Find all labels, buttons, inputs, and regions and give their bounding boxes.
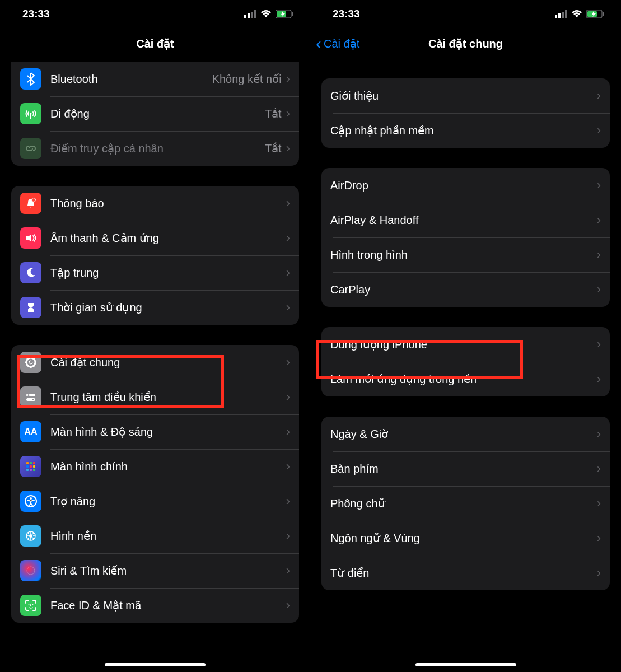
- chevron-right-icon: ›: [286, 390, 290, 404]
- row-label: Cài đặt chung: [50, 356, 286, 369]
- home-indicator[interactable]: [105, 663, 206, 666]
- row-label: Màn hình & Độ sáng: [50, 425, 286, 438]
- page-title: Cài đặt: [136, 37, 174, 50]
- svg-point-11: [29, 361, 32, 364]
- row-homescreen[interactable]: Màn hình chính ›: [11, 449, 299, 484]
- gear-icon: [20, 352, 41, 373]
- back-button[interactable]: ‹ Cài đặt: [316, 34, 359, 53]
- row-about[interactable]: Giới thiệu ›: [321, 78, 610, 113]
- row-fonts[interactable]: Phông chữ ›: [321, 486, 610, 521]
- bell-icon: [20, 193, 41, 214]
- row-label: AirPlay & Handoff: [330, 214, 597, 227]
- svg-rect-32: [33, 469, 35, 471]
- svg-point-9: [32, 198, 36, 202]
- row-sound[interactable]: Âm thanh & Cảm ứng ›: [11, 221, 299, 255]
- svg-rect-43: [565, 10, 567, 18]
- row-hotspot[interactable]: Điểm truy cập cá nhân Tắt ›: [11, 131, 299, 166]
- row-faceid[interactable]: Face ID & Mật mã ›: [11, 588, 299, 623]
- row-wallpaper[interactable]: Hình nền ›: [11, 519, 299, 553]
- nav-bar: Cài đặt: [0, 28, 310, 59]
- svg-rect-42: [562, 12, 564, 18]
- svg-rect-31: [30, 469, 32, 471]
- chevron-right-icon: ›: [286, 196, 290, 211]
- row-value: Tắt: [265, 142, 282, 155]
- row-label: Thông báo: [50, 197, 286, 210]
- svg-point-34: [30, 497, 32, 500]
- link-icon: [20, 138, 41, 159]
- svg-point-21: [28, 394, 30, 396]
- cellular-icon: [244, 10, 256, 18]
- row-value: Tắt: [265, 107, 282, 120]
- row-airdrop[interactable]: AirDrop ›: [321, 168, 610, 203]
- chevron-right-icon: ›: [597, 427, 601, 441]
- row-siri[interactable]: Siri & Tìm kiếm ›: [11, 553, 299, 588]
- section-storage: Dung lượng iPhone › Làm mới ứng dụng tro…: [321, 327, 610, 396]
- svg-rect-46: [603, 12, 604, 16]
- row-label: Dung lượng iPhone: [330, 338, 597, 351]
- chevron-right-icon: ›: [597, 461, 601, 476]
- status-icons: [555, 10, 604, 18]
- row-keyboard[interactable]: Bàn phím ›: [321, 451, 610, 486]
- row-screentime[interactable]: Thời gian sử dụng ›: [11, 290, 299, 325]
- wifi-icon: [571, 10, 582, 18]
- section-connectivity: Bluetooth Không kết nối › Di động Tắt › …: [11, 62, 299, 166]
- status-time: 23:33: [333, 8, 360, 20]
- row-bluetooth[interactable]: Bluetooth Không kết nối ›: [11, 62, 299, 96]
- row-software-update[interactable]: Cập nhật phần mềm ›: [321, 113, 610, 148]
- chevron-right-icon: ›: [286, 265, 290, 280]
- section-general: Cài đặt chung › Trung tâm điều khiển › A…: [11, 345, 299, 623]
- chevron-right-icon: ›: [286, 141, 290, 156]
- svg-line-18: [27, 365, 28, 366]
- row-control-center[interactable]: Trung tâm điều khiển ›: [11, 380, 299, 414]
- row-display[interactable]: AA Màn hình & Độ sáng ›: [11, 414, 299, 449]
- chevron-right-icon: ›: [597, 372, 601, 386]
- svg-rect-24: [26, 462, 29, 464]
- section-about: Giới thiệu › Cập nhật phần mềm ›: [321, 78, 610, 148]
- home-indicator[interactable]: [415, 663, 516, 666]
- row-label: Từ điển: [330, 566, 597, 580]
- svg-line-17: [34, 365, 35, 366]
- svg-point-23: [32, 399, 34, 400]
- svg-rect-22: [26, 398, 35, 401]
- back-label: Cài đặt: [324, 37, 359, 50]
- row-general-settings[interactable]: Cài đặt chung ›: [11, 345, 299, 380]
- row-datetime[interactable]: Ngày & Giờ ›: [321, 417, 610, 451]
- svg-rect-3: [254, 10, 256, 18]
- chevron-right-icon: ›: [286, 72, 290, 86]
- row-iphone-storage[interactable]: Dung lượng iPhone ›: [321, 327, 610, 362]
- chevron-right-icon: ›: [286, 300, 290, 315]
- row-label: Điểm truy cập cá nhân: [50, 142, 265, 155]
- page-title: Cài đặt chung: [428, 37, 503, 50]
- aa-icon: AA: [20, 421, 41, 442]
- row-value: Không kết nối: [212, 72, 282, 86]
- phone-left: 23:33 Cài đặt Bluetooth Không kết nối ›: [0, 0, 310, 672]
- svg-rect-0: [244, 15, 246, 18]
- chevron-right-icon: ›: [286, 106, 290, 121]
- row-label: Phông chữ: [330, 497, 597, 510]
- section-datetime: Ngày & Giờ › Bàn phím › Phông chữ › Ngôn…: [321, 417, 610, 590]
- general-content[interactable]: Giới thiệu › Cập nhật phần mềm › AirDrop…: [310, 59, 621, 590]
- svg-rect-1: [248, 13, 250, 18]
- svg-rect-41: [558, 13, 561, 18]
- row-label: Bluetooth: [50, 73, 212, 86]
- row-focus[interactable]: Tập trung ›: [11, 255, 299, 290]
- row-notifications[interactable]: Thông báo ›: [11, 186, 299, 221]
- settings-content[interactable]: Bluetooth Không kết nối › Di động Tắt › …: [0, 62, 310, 623]
- accessibility-icon: [20, 491, 41, 512]
- row-accessibility[interactable]: Trợ năng ›: [11, 484, 299, 519]
- antenna-icon: [20, 103, 41, 124]
- row-label: Hình nền: [50, 529, 286, 543]
- row-background-refresh[interactable]: Làm mới ứng dụng trong nền ›: [321, 362, 610, 396]
- row-airplay[interactable]: AirPlay & Handoff ›: [321, 203, 610, 237]
- row-pip[interactable]: Hình trong hình ›: [321, 237, 610, 272]
- row-dictionary[interactable]: Từ điển ›: [321, 556, 610, 590]
- row-language[interactable]: Ngôn ngữ & Vùng ›: [321, 521, 610, 556]
- chevron-right-icon: ›: [597, 337, 601, 352]
- chevron-right-icon: ›: [597, 88, 601, 103]
- row-label: Trợ năng: [50, 494, 286, 508]
- row-carplay[interactable]: CarPlay ›: [321, 272, 610, 307]
- chevron-right-icon: ›: [286, 529, 290, 543]
- row-cellular[interactable]: Di động Tắt ›: [11, 96, 299, 131]
- chevron-right-icon: ›: [597, 282, 601, 297]
- section-airdrop: AirDrop › AirPlay & Handoff › Hình trong…: [321, 168, 610, 307]
